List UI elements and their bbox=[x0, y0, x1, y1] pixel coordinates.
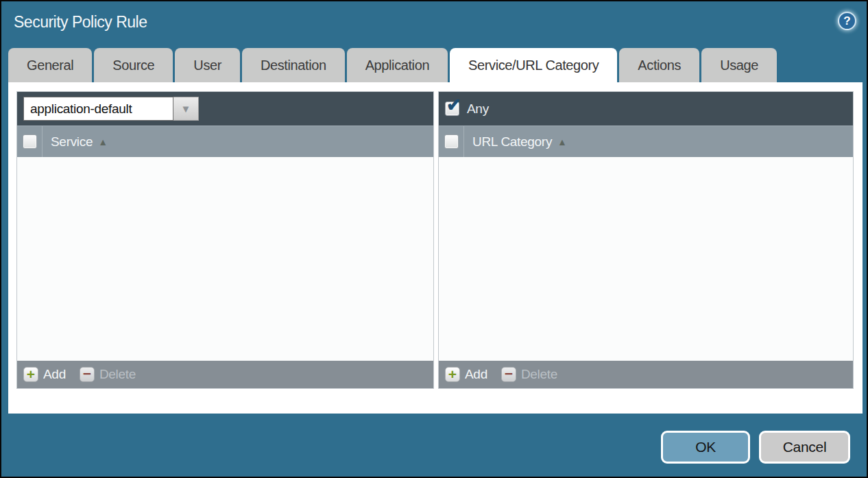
minus-icon: − bbox=[505, 366, 513, 381]
tab-destination[interactable]: Destination bbox=[242, 48, 345, 82]
url-category-footer-bar: + Add − Delete bbox=[439, 361, 853, 388]
url-category-column-label: URL Category bbox=[472, 134, 552, 150]
any-checkbox[interactable]: ✔ bbox=[445, 101, 459, 116]
url-category-column-header: URL Category ▲ bbox=[439, 126, 853, 157]
url-category-list-empty[interactable] bbox=[439, 157, 853, 361]
tab-service-url-category[interactable]: Service/URL Category bbox=[450, 48, 617, 82]
security-policy-rule-dialog: Security Policy Rule ? General Source Us… bbox=[0, 0, 868, 478]
url-category-toolbar: ✔ Any bbox=[439, 92, 853, 126]
any-checkbox-label[interactable]: Any bbox=[467, 101, 489, 117]
service-panel: application-default ▼ Service ▲ + Add bbox=[16, 91, 434, 389]
service-column-header: Service ▲ bbox=[17, 126, 433, 157]
sort-ascending-icon: ▲ bbox=[557, 136, 567, 147]
service-add-button[interactable]: + Add bbox=[23, 367, 66, 382]
sort-ascending-icon: ▲ bbox=[98, 136, 108, 147]
url-category-select-all-cell bbox=[439, 126, 464, 157]
url-category-panel: ✔ Any URL Category ▲ + Add bbox=[438, 91, 854, 389]
cancel-button[interactable]: Cancel bbox=[759, 431, 850, 464]
tab-application[interactable]: Application bbox=[347, 48, 448, 82]
check-icon: ✔ bbox=[446, 96, 461, 114]
tab-source[interactable]: Source bbox=[94, 48, 173, 82]
url-category-add-label: Add bbox=[465, 367, 487, 382]
plus-icon: + bbox=[448, 367, 457, 381]
tab-bar: General Source User Destination Applicat… bbox=[8, 48, 860, 82]
plus-icon: + bbox=[27, 367, 35, 381]
service-select-all-checkbox[interactable] bbox=[23, 134, 37, 149]
url-category-column-label-cell[interactable]: URL Category ▲ bbox=[464, 126, 567, 157]
service-toolbar: application-default ▼ bbox=[17, 92, 433, 126]
tab-user[interactable]: User bbox=[175, 48, 240, 82]
service-list-empty[interactable] bbox=[17, 157, 433, 361]
tab-general[interactable]: General bbox=[8, 48, 92, 82]
service-type-dropdown[interactable]: application-default ▼ bbox=[23, 97, 199, 121]
tab-actions[interactable]: Actions bbox=[619, 48, 699, 82]
help-icon[interactable]: ? bbox=[838, 12, 856, 30]
service-select-all-cell bbox=[17, 126, 43, 157]
url-category-delete-label: Delete bbox=[521, 367, 557, 382]
page-title: Security Policy Rule bbox=[14, 13, 147, 32]
service-column-label: Service bbox=[51, 134, 93, 150]
service-add-label: Add bbox=[43, 367, 66, 382]
service-column-label-cell[interactable]: Service ▲ bbox=[43, 126, 108, 157]
url-category-add-button[interactable]: + Add bbox=[445, 367, 487, 382]
service-footer-bar: + Add − Delete bbox=[17, 361, 433, 388]
service-delete-button[interactable]: − Delete bbox=[80, 367, 136, 382]
chevron-down-icon[interactable]: ▼ bbox=[173, 97, 199, 121]
url-category-select-all-checkbox[interactable] bbox=[444, 134, 459, 149]
tab-content-service-url-category: application-default ▼ Service ▲ + Add bbox=[8, 82, 863, 414]
service-type-dropdown-value[interactable]: application-default bbox=[23, 97, 173, 121]
tab-usage[interactable]: Usage bbox=[701, 48, 777, 82]
service-delete-label: Delete bbox=[99, 367, 136, 382]
ok-button[interactable]: OK bbox=[661, 431, 750, 464]
minus-icon: − bbox=[83, 366, 91, 381]
url-category-delete-button[interactable]: − Delete bbox=[501, 367, 557, 382]
